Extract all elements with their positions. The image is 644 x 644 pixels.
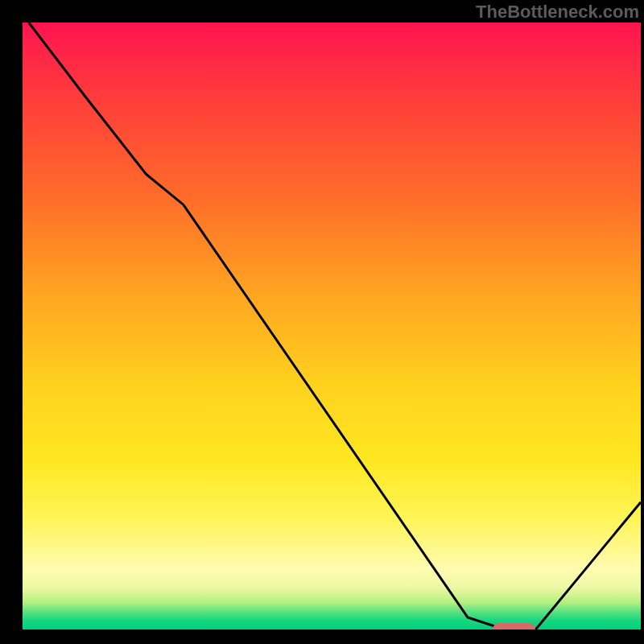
watermark-text: TheBottleneck.com <box>476 2 639 23</box>
chart-root: TheBottleneck.com <box>0 0 644 644</box>
gradient-fill <box>23 23 641 630</box>
frame-left <box>0 0 23 644</box>
frame-bottom <box>0 630 644 644</box>
